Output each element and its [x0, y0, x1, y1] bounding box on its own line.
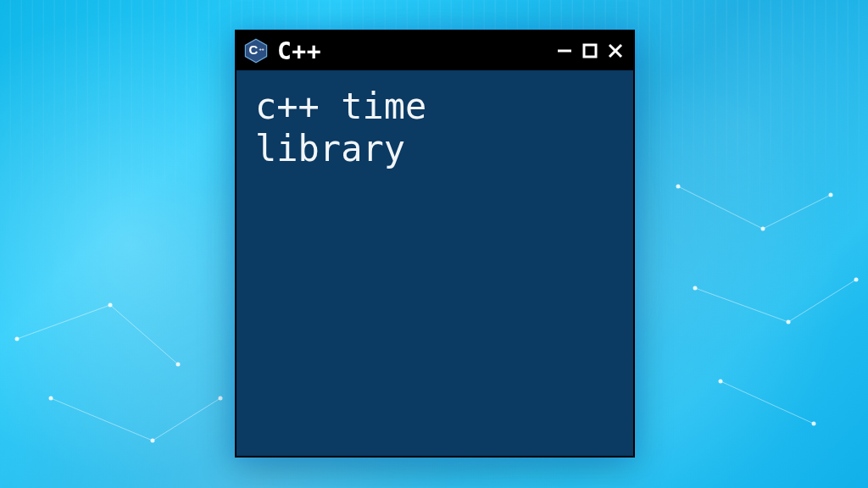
maximize-icon	[582, 43, 598, 58]
svg-line-5	[763, 195, 831, 229]
svg-point-22	[812, 422, 816, 426]
window-title: C++	[277, 37, 321, 65]
window-controls	[555, 42, 625, 60]
maximize-button[interactable]	[581, 42, 599, 60]
svg-point-19	[787, 320, 791, 324]
svg-line-0	[17, 305, 110, 339]
svg-point-18	[693, 286, 698, 291]
svg-line-3	[153, 398, 220, 441]
svg-point-12	[49, 396, 53, 401]
svg-line-6	[695, 288, 788, 322]
terminal-content: c++ time library	[236, 70, 633, 185]
svg-text:++: ++	[259, 47, 264, 52]
close-button[interactable]	[606, 42, 625, 60]
svg-rect-27	[584, 45, 596, 57]
svg-point-15	[676, 185, 681, 189]
svg-line-4	[678, 186, 763, 229]
svg-line-8	[721, 381, 814, 424]
cpp-logo-icon: C ++	[243, 38, 269, 64]
svg-line-7	[788, 280, 856, 322]
svg-line-1	[110, 305, 178, 364]
svg-point-20	[854, 278, 859, 282]
terminal-window: C ++ C++ c++ time library	[235, 30, 635, 458]
minimize-icon	[556, 42, 573, 59]
titlebar[interactable]: C ++ C++	[236, 31, 633, 70]
svg-point-11	[176, 363, 181, 367]
minimize-button[interactable]	[555, 42, 574, 60]
close-icon	[607, 42, 624, 59]
svg-point-21	[719, 380, 723, 384]
svg-point-10	[108, 303, 113, 308]
svg-text:C: C	[249, 42, 259, 57]
svg-point-13	[151, 439, 155, 443]
svg-point-16	[761, 227, 765, 231]
svg-point-9	[15, 337, 19, 341]
svg-point-17	[829, 193, 833, 197]
svg-point-14	[219, 396, 223, 401]
svg-line-2	[51, 398, 153, 441]
